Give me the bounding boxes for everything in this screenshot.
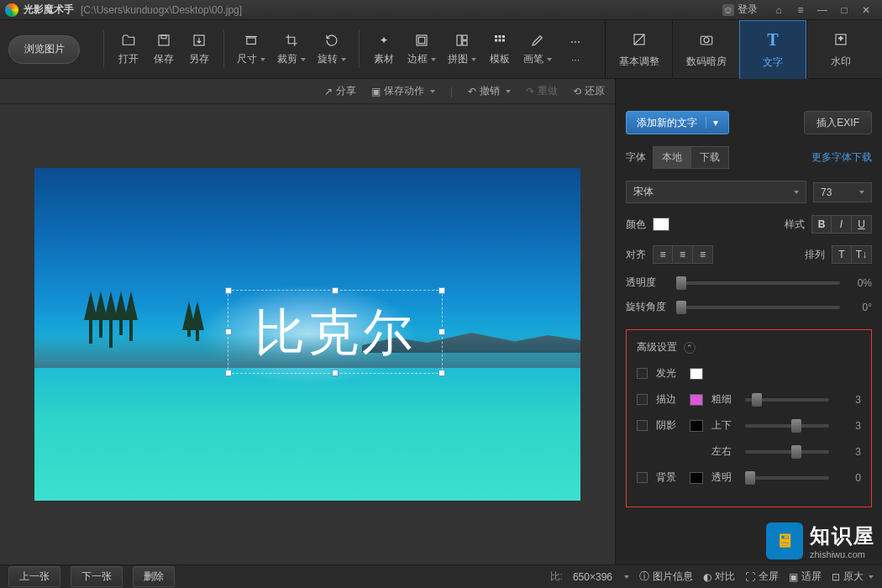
- close-button[interactable]: ✕: [857, 3, 875, 17]
- resize-handle[interactable]: [332, 287, 339, 294]
- stroke-color[interactable]: [690, 394, 703, 406]
- dimensions: 650×396: [573, 571, 612, 583]
- resize-handle[interactable]: [438, 370, 445, 376]
- bold-button[interactable]: B: [811, 215, 832, 234]
- align-left-button[interactable]: ≡: [653, 245, 673, 264]
- tab-text[interactable]: T文字: [739, 20, 806, 79]
- align-center-button[interactable]: ≡: [673, 245, 693, 264]
- bg-checkbox[interactable]: [637, 472, 648, 483]
- save-button[interactable]: 保存: [146, 26, 181, 72]
- stroke-width-label: 粗细: [711, 392, 737, 407]
- collapse-icon[interactable]: ⌃: [684, 342, 696, 354]
- shadow-label: 阴影: [656, 418, 681, 433]
- home-button[interactable]: ⌂: [769, 3, 788, 17]
- settings-button[interactable]: ≡: [791, 3, 810, 17]
- stroke-checkbox[interactable]: [637, 394, 648, 405]
- resize-handle[interactable]: [438, 328, 445, 335]
- glow-checkbox[interactable]: [637, 368, 648, 379]
- folder-open-icon: [120, 32, 137, 49]
- main-toolbar: 浏览图片 打开 保存 另存 尺寸 裁剪 旋转 ✦素材 边框 拼图 模板 画笔 ⋯…: [0, 20, 882, 79]
- align-label: 对齐: [626, 248, 646, 262]
- resize-handle[interactable]: [332, 370, 339, 376]
- redo-button[interactable]: ↷重做: [526, 84, 558, 98]
- stroke-slider[interactable]: [745, 398, 829, 402]
- maximize-button[interactable]: □: [835, 3, 853, 17]
- border-button[interactable]: 边框: [402, 26, 442, 72]
- resize-handle[interactable]: [225, 287, 232, 294]
- more-button[interactable]: ⋯···: [558, 26, 593, 72]
- vertical-text-button[interactable]: T↓: [852, 245, 872, 264]
- resize-handle[interactable]: [225, 328, 232, 335]
- more-fonts-link[interactable]: 更多字体下载: [811, 150, 872, 165]
- font-size-select[interactable]: 73: [813, 182, 872, 202]
- share-button[interactable]: ↗分享: [324, 84, 356, 98]
- style-label: 样式: [785, 218, 805, 232]
- add-text-button[interactable]: 添加新的文字▾: [626, 111, 729, 134]
- tab-basic[interactable]: 基本调整: [605, 20, 672, 79]
- tab-darkroom[interactable]: 数码暗房: [672, 20, 739, 79]
- undo-button[interactable]: ↶撤销: [468, 84, 511, 98]
- fullscreen-button[interactable]: ⛶全屏: [745, 570, 779, 584]
- saveas-button[interactable]: 另存: [181, 26, 217, 72]
- svg-rect-6: [457, 35, 461, 45]
- size-button[interactable]: 尺寸: [231, 26, 271, 72]
- font-download-tab[interactable]: 下载: [691, 146, 729, 169]
- shadow-color[interactable]: [690, 420, 703, 432]
- svg-rect-0: [159, 35, 169, 45]
- statusbar: 上一张 下一张 删除 比: 650×396 ⓘ图片信息 ◐对比 ⛶全屏 ▣适屏 …: [0, 564, 882, 588]
- login-button[interactable]: ☺ 登录: [722, 3, 758, 17]
- resize-handle[interactable]: [225, 370, 232, 376]
- resize-handle[interactable]: [438, 287, 445, 294]
- underline-button[interactable]: U: [852, 215, 872, 234]
- brush-button[interactable]: 画笔: [517, 26, 558, 72]
- user-icon: ☺: [722, 4, 734, 16]
- shadow-v-label: 上下: [711, 418, 737, 433]
- bg-value: 0: [837, 472, 861, 484]
- rotate-slider[interactable]: [676, 306, 840, 309]
- opacity-slider[interactable]: [676, 281, 840, 285]
- canvas-area: ↗分享 ▣保存动作 | ↶撤销 ↷重做 ⟲还原 比克尔: [0, 79, 615, 564]
- prev-button[interactable]: 上一张: [8, 566, 60, 587]
- next-button[interactable]: 下一张: [71, 566, 123, 587]
- orig-button[interactable]: ⊡原大: [832, 570, 874, 584]
- info-button[interactable]: ⓘ图片信息: [639, 570, 693, 584]
- rotate-button[interactable]: 旋转: [312, 26, 352, 72]
- horizontal-text-button[interactable]: T: [832, 245, 852, 264]
- image-canvas[interactable]: 比克尔: [34, 168, 580, 501]
- glow-color[interactable]: [690, 368, 703, 380]
- overlay-text[interactable]: 比克尔: [228, 291, 442, 375]
- shadow-checkbox[interactable]: [637, 420, 648, 431]
- compare-button[interactable]: ◐对比: [703, 570, 735, 584]
- text-overlay-box[interactable]: 比克尔: [228, 290, 443, 374]
- align-right-button[interactable]: ≡: [693, 245, 713, 264]
- template-button[interactable]: 模板: [482, 26, 517, 72]
- export-icon: [191, 32, 207, 49]
- text-panel: 添加新的文字▾ 插入EXIF 字体 本地 下载 更多字体下载 宋体 73 颜色 …: [615, 79, 882, 564]
- fit-button[interactable]: ▣适屏: [789, 570, 822, 584]
- bg-color[interactable]: [690, 472, 703, 484]
- brush-icon: [529, 32, 546, 49]
- browse-button[interactable]: 浏览图片: [8, 35, 80, 64]
- undo-icon: ↶: [468, 86, 476, 97]
- opacity-label: 透明度: [626, 276, 668, 290]
- italic-button[interactable]: I: [832, 215, 852, 234]
- shadow-h-slider[interactable]: [745, 450, 829, 454]
- opacity-value: 0%: [848, 277, 872, 289]
- minimize-button[interactable]: —: [813, 3, 832, 17]
- font-local-tab[interactable]: 本地: [653, 146, 691, 169]
- shadow-v-slider[interactable]: [745, 424, 829, 428]
- insert-exif-button[interactable]: 插入EXIF: [804, 111, 872, 134]
- delete-button[interactable]: 删除: [133, 566, 175, 587]
- tab-watermark[interactable]: +水印: [806, 20, 874, 79]
- font-family-select[interactable]: 宋体: [626, 181, 806, 203]
- open-button[interactable]: 打开: [111, 26, 146, 72]
- color-swatch[interactable]: [653, 218, 669, 231]
- crop-button[interactable]: 裁剪: [271, 26, 312, 72]
- arrange-label: 排列: [805, 248, 825, 262]
- bg-slider[interactable]: [745, 476, 829, 480]
- restore-button[interactable]: ⟲还原: [573, 84, 605, 98]
- saveaction-button[interactable]: ▣保存动作: [371, 84, 435, 98]
- material-button[interactable]: ✦素材: [366, 26, 402, 72]
- collage-button[interactable]: 拼图: [442, 26, 482, 72]
- font-label: 字体: [626, 150, 646, 165]
